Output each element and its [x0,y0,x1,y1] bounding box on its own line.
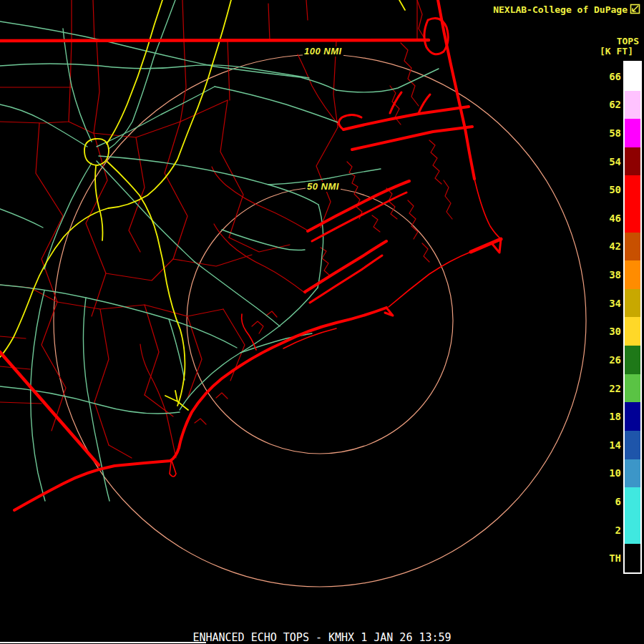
roads-green [336,69,439,92]
colorbar-label: 18 [591,410,621,423]
roads-green [195,262,280,326]
roads-green [318,205,323,288]
colorbar-band [625,544,640,572]
colorbar-band [625,317,640,346]
bottom-edge-line [0,642,206,643]
coastline-thick [343,107,469,130]
product-title: TOPS [617,36,639,47]
colorbar-band [625,346,640,374]
colorbar-label: 62 [591,98,621,111]
colorbar-label: 2 [591,524,621,537]
county-lines [93,0,417,41]
coastline-med [390,92,430,113]
coastline-thin [474,179,501,239]
county-lines [42,302,245,445]
range-ring-label-50nmi: 50 NMI [306,182,341,192]
coastline-med [310,255,382,303]
colorbar-label: 42 [591,240,621,253]
roads-green [0,386,180,414]
coastline-thick [305,241,386,292]
county-lines [214,224,306,293]
roads-yellow [107,162,185,406]
colorbar-label: TH [591,552,621,565]
county-lines [444,180,452,219]
roads-green [0,64,309,78]
colorbar-label: 54 [591,155,621,168]
roads-green [0,104,87,147]
county-lines [422,243,429,262]
radar-display: 50 NMI 100 NMI NEXLAB-College of DuPage … [0,0,644,644]
roads-yellow [0,0,231,357]
county-lines [408,200,418,239]
county-lines [57,302,223,316]
coastline-thick [352,127,472,150]
colorbar-label: 6 [591,495,621,508]
colorbar-band [625,147,640,176]
county-lines [252,311,277,333]
roads-green [0,209,43,228]
radar-map [0,0,644,644]
colorbar-band [625,431,640,459]
roads-green [97,161,195,262]
colorbar-band [625,487,640,516]
colorbar-band [625,459,640,488]
county-lines [401,43,419,106]
colorbar-band [625,62,640,91]
colorbar-band [625,119,640,147]
roads-green [180,288,318,410]
brand-text: NEXLAB-College of DuPage [493,4,628,15]
roads-green [169,319,185,380]
colorbar-label: 14 [591,439,621,452]
county-lines [429,140,441,184]
roads-green [215,87,338,122]
coastline-med [312,192,406,241]
range-ring-label-100nmi: 100 NMI [303,47,343,57]
colorbar-band [625,175,640,204]
colorbar-label: 10 [591,467,621,479]
product-units: [K FT] [600,46,633,57]
roads-green [0,21,336,90]
coastline-thick [14,308,386,510]
colorbar-label: 46 [591,212,621,225]
roads-green [240,333,312,353]
colorbar-label: 38 [591,268,621,281]
roads-yellow [165,391,188,410]
county-lines [140,344,176,458]
colorbar-band [625,516,640,545]
colorbar-band [625,289,640,318]
colorbar-label: 50 [591,183,621,196]
colorbar-band [625,204,640,233]
coastline-thick [438,0,474,179]
roads-green [63,29,92,142]
coastline-thin [242,314,256,350]
cod-logo-icon [630,4,641,18]
coastline-thin [389,252,471,307]
roads-yellow [399,0,405,10]
colorbar-label: 66 [591,70,621,83]
colorbar-band [625,260,640,289]
colorbar [623,61,642,574]
state-borders [0,352,99,465]
coastline-thin [170,461,176,477]
colorbar-band [625,233,640,261]
colorbar-band [625,374,640,403]
county-lines [173,238,290,266]
county-lines [386,188,397,219]
county-lines [0,0,72,123]
colorbar-label: 58 [591,127,621,140]
roads-green [0,285,237,348]
county-lines [212,167,308,230]
county-lines [0,285,173,458]
roads-green [97,87,215,147]
state-borders [0,40,429,41]
coastline-med [385,308,393,316]
county-lines [372,215,380,232]
colorbar-label: 22 [591,382,621,395]
roads-yellow [107,0,162,144]
colorbar-label: 26 [591,353,621,366]
roads-green [99,156,318,205]
colorbar-label: 34 [591,297,621,310]
colorbar-band [625,91,640,119]
colorbar-band [625,402,640,431]
county-lines [220,100,243,238]
